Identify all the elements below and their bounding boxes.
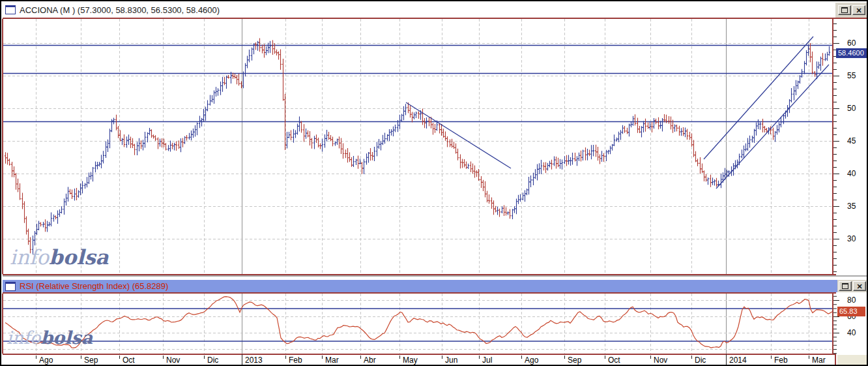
rsi-value-marker: 65.83 <box>837 307 865 316</box>
main-chart-title: ACCIONA (M ) (57.3000, 58.8300, 56.5300,… <box>20 5 220 15</box>
price-axis-label: 30 <box>847 234 856 243</box>
rsi-title: RSI (Relative Strength Index) (65.8289) <box>20 281 168 291</box>
month-label: Feb <box>774 356 788 365</box>
month-label: Mar <box>325 356 339 365</box>
month-label: Dic <box>695 356 706 365</box>
main-window-button-strip: ✕ <box>835 3 868 18</box>
rsi-axis-label: 80 <box>847 296 856 305</box>
maximize-icon <box>841 7 848 13</box>
close-icon: ✕ <box>856 283 862 290</box>
rsi-titlebar[interactable]: RSI (Relative Strength Index) (65.8289) <box>3 280 837 292</box>
ohlc-bars-down <box>5 38 824 253</box>
month-label: Oct <box>608 356 620 365</box>
price-axis-label: 45 <box>847 136 856 145</box>
month-label: Abr <box>364 356 376 365</box>
rsi-maximize-button[interactable] <box>839 281 852 291</box>
rsi-close-button[interactable]: ✕ <box>853 281 866 291</box>
year-label: 2014 <box>729 356 747 365</box>
rsi-line <box>5 297 832 348</box>
month-label: Dic <box>207 356 218 365</box>
close-icon: ✕ <box>856 7 861 14</box>
rsi-window-icon <box>5 282 16 291</box>
month-label: Ago <box>525 356 539 365</box>
trendline-downtrend <box>406 102 511 168</box>
rsi-axis-label: 40 <box>847 328 856 337</box>
month-label: Ago <box>39 356 53 365</box>
rsi-window-button-strip: ✕ <box>837 280 868 292</box>
price-axis-label: 50 <box>847 104 856 113</box>
main-chart-titlebar[interactable]: ACCIONA (M ) (57.3000, 58.8300, 56.5300,… <box>3 3 835 17</box>
price-axis-label: 60 <box>847 38 856 48</box>
last-price-marker: 58.4600 <box>836 48 868 58</box>
price-axis-label: 35 <box>847 202 856 211</box>
month-label: Sep <box>84 356 98 365</box>
month-label: May <box>403 356 418 365</box>
month-label: Jun <box>445 356 457 365</box>
chart-canvas: 30354045505560406080AgoSepOctNovDic2013F… <box>1 1 868 366</box>
month-label: Feb <box>289 356 302 365</box>
maximize-button[interactable] <box>838 5 851 15</box>
month-label: Sep <box>568 356 582 365</box>
month-label: Mar <box>812 356 826 365</box>
month-label: Nov <box>166 356 180 365</box>
trendline-channel-upper <box>704 37 813 159</box>
month-label: Nov <box>654 356 667 365</box>
year-label: 2013 <box>245 356 263 365</box>
maximize-icon <box>842 283 848 289</box>
chart-window-icon <box>5 5 16 14</box>
price-axis-label: 40 <box>847 169 856 178</box>
month-label: Jul <box>482 356 492 365</box>
close-button[interactable]: ✕ <box>852 5 865 15</box>
chart-application-window: 30354045505560406080AgoSepOctNovDic2013F… <box>0 0 868 366</box>
month-label: Oct <box>123 356 135 365</box>
corner-filler <box>837 355 868 366</box>
price-axis-label: 55 <box>847 71 856 80</box>
